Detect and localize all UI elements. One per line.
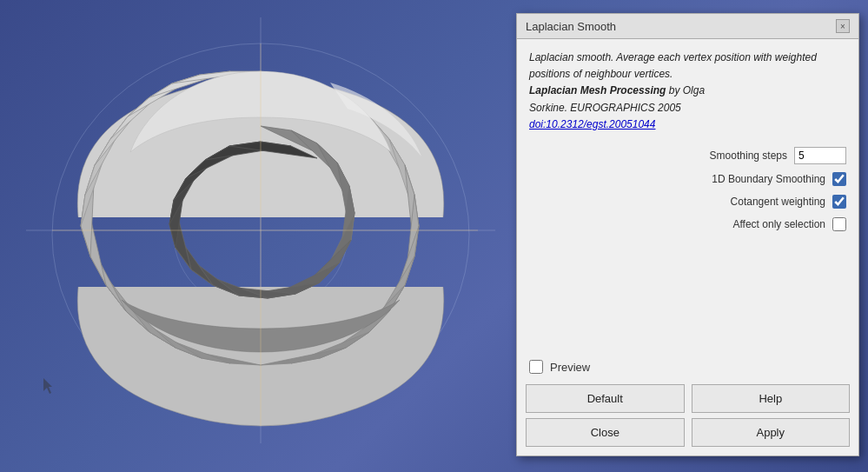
help-button[interactable]: Help: [692, 384, 851, 413]
description-text: Laplacian smooth. Average each vertex po…: [529, 50, 846, 133]
smoothing-steps-label: Smoothing steps: [710, 148, 787, 163]
description-author2-text: Sorkine. EUROGRAPHICS 2005: [529, 102, 681, 114]
dialog-buttons: Default Help Close Apply: [517, 379, 858, 455]
smoothing-steps-row: Smoothing steps: [529, 147, 846, 164]
apply-button[interactable]: Apply: [692, 418, 851, 447]
dialog-title: Laplacian Smooth: [526, 20, 616, 33]
description-line1: Laplacian smooth. Average each vertex po…: [529, 51, 817, 80]
description-author: by Olga: [669, 84, 705, 96]
smoothing-steps-input[interactable]: [794, 147, 846, 164]
preview-section: Preview: [517, 351, 858, 379]
preview-checkbox[interactable]: [529, 360, 543, 374]
boundary-checkbox[interactable]: [832, 172, 846, 186]
boundary-label: 1D Boundary Smoothing: [712, 171, 825, 187]
dialog-titlebar: Laplacian Smooth ×: [517, 14, 858, 39]
preview-label: Preview: [550, 361, 590, 374]
dialog-body: Laplacian smooth. Average each vertex po…: [517, 39, 858, 351]
selection-row: Affect only selection: [529, 216, 846, 232]
boundary-row: 1D Boundary Smoothing: [529, 171, 846, 187]
cotangent-checkbox[interactable]: [832, 195, 846, 209]
cotangent-row: Cotangent weighting: [529, 194, 846, 209]
description-bold: Laplacian Mesh Processing: [529, 84, 666, 96]
selection-checkbox[interactable]: [832, 217, 846, 231]
params-section: Smoothing steps 1D Boundary Smoothing Co…: [529, 147, 846, 232]
torus-mesh: [26, 17, 504, 452]
description-link[interactable]: doi:10.2312/egst.20051044: [529, 118, 655, 130]
button-row-1: Default Help: [526, 384, 850, 413]
close-button[interactable]: Close: [526, 418, 685, 447]
button-row-2: Close Apply: [526, 418, 850, 447]
selection-label: Affect only selection: [732, 216, 825, 232]
dialog-panel: Laplacian Smooth × Laplacian smooth. Ave…: [516, 13, 859, 456]
default-button[interactable]: Default: [526, 384, 685, 413]
cotangent-label: Cotangent weighting: [731, 194, 825, 209]
dialog-close-button[interactable]: ×: [836, 19, 850, 33]
